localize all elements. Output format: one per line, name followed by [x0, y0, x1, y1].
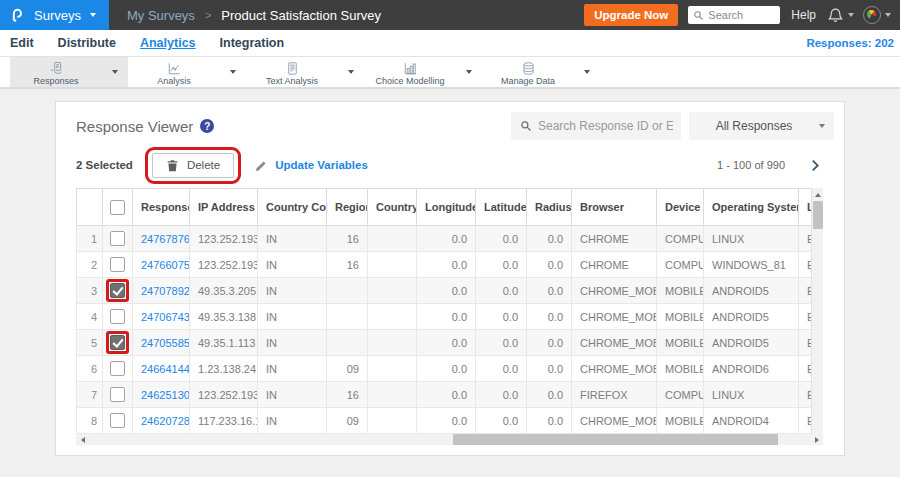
cell-region: [327, 330, 368, 356]
row-checkbox[interactable]: [110, 413, 125, 428]
scroll-up-arrow[interactable]: [815, 188, 821, 201]
bell-icon: [827, 7, 844, 24]
scroll-right-arrow[interactable]: [810, 437, 823, 443]
row-number-header: [77, 189, 103, 226]
column-header-label: Region: [335, 201, 368, 213]
cell-latitude: 0.0: [476, 330, 527, 356]
cell-language: English: [799, 226, 812, 252]
cell-device: COMPUTER: [657, 382, 704, 408]
column-header-browser[interactable]: Browser: [572, 189, 657, 226]
help-icon[interactable]: ?: [200, 119, 214, 133]
cell-country-code: IN: [258, 330, 327, 356]
response-id-link[interactable]: 24620728: [133, 408, 190, 434]
nav-tab-analytics[interactable]: Analytics: [140, 36, 196, 50]
cell-language: English: [799, 330, 812, 356]
table-horizontal-scrollbar[interactable]: [76, 434, 823, 445]
cell-latitude: 0.0: [476, 356, 527, 382]
toolbar-dropdown-responses[interactable]: [102, 57, 128, 87]
cell-browser: CHROME_MOBILE: [572, 304, 657, 330]
row-number: 4: [77, 304, 103, 330]
global-search-input[interactable]: [708, 9, 774, 21]
column-header-country-code[interactable]: Country Code: [258, 189, 327, 226]
toolbar-item-responses[interactable]: Responses: [10, 57, 102, 87]
nav-tab-edit[interactable]: Edit: [10, 36, 34, 50]
nav-tab-distribute[interactable]: Distribute: [58, 36, 116, 50]
column-header-response-id[interactable]: Response ID: [133, 189, 190, 226]
responses-count-link[interactable]: Responses: 202: [806, 37, 894, 49]
toolbar-group-text-analysis: Text Analysis: [246, 57, 364, 87]
questionpro-logo: [9, 7, 25, 23]
row-number: 7: [77, 382, 103, 408]
toolbar-dropdown-manage-data[interactable]: [574, 57, 600, 87]
toolbar-dropdown-text-analysis[interactable]: [338, 57, 364, 87]
cell-device: COMPUTER: [657, 226, 704, 252]
toolbar-dropdown-choice-modelling[interactable]: [456, 57, 482, 87]
vertical-scroll-thumb[interactable]: [813, 201, 823, 229]
select-all-checkbox[interactable]: [110, 200, 125, 215]
toolbar-item-choice-modelling[interactable]: Choice Modelling: [364, 57, 456, 87]
toolbar-item-text-analysis[interactable]: Text Analysis: [246, 57, 338, 87]
row-checkbox[interactable]: [110, 387, 125, 402]
delete-button[interactable]: Delete: [152, 153, 234, 178]
toolbar-dropdown-analysis[interactable]: [220, 57, 246, 87]
column-header-radius[interactable]: Radius: [527, 189, 572, 226]
update-variables-button[interactable]: Update Variables: [255, 159, 368, 172]
cell-country: [368, 304, 417, 330]
upgrade-now-button[interactable]: Upgrade Now: [584, 4, 678, 26]
pagination-next-button[interactable]: [811, 159, 820, 172]
row-checkbox[interactable]: [110, 309, 125, 324]
column-header-language[interactable]: Language: [799, 189, 812, 226]
panel-header: Response Viewer ? All Responses: [56, 102, 844, 146]
column-header-device[interactable]: Device: [657, 189, 704, 226]
cell-language: English: [799, 252, 812, 278]
row-checkbox[interactable]: [110, 231, 125, 246]
help-link[interactable]: Help: [791, 8, 816, 22]
cell-radius: 0.0: [527, 304, 572, 330]
cell-region: 16: [327, 226, 368, 252]
cell-country-code: IN: [258, 226, 327, 252]
column-header-country[interactable]: Country: [368, 189, 417, 226]
column-header-latitude[interactable]: Latitude: [476, 189, 527, 226]
cell-language: English: [799, 278, 812, 304]
surveys-menu[interactable]: Surveys: [0, 0, 109, 30]
response-id-link[interactable]: 24766075: [133, 252, 190, 278]
response-search[interactable]: [511, 112, 681, 140]
row-checkbox-checked[interactable]: [110, 283, 125, 298]
table-vertical-scrollbar[interactable]: [811, 188, 823, 442]
column-header-operating-system[interactable]: Operating System: [704, 189, 799, 226]
column-header-region[interactable]: Region: [327, 189, 368, 226]
response-id-link[interactable]: 24664144: [133, 356, 190, 382]
toolbar-item-analysis[interactable]: Analysis: [128, 57, 220, 87]
responses-icon: [49, 61, 64, 76]
cell-country-code: IN: [258, 408, 327, 434]
scroll-left-arrow[interactable]: [76, 437, 89, 443]
cell-radius: 0.0: [527, 278, 572, 304]
response-id-link[interactable]: 24707892: [133, 278, 190, 304]
cell-operating-system: ANDROID5: [704, 278, 799, 304]
cell-ip-address: 49.35.1.113: [190, 330, 258, 356]
row-checkbox[interactable]: [110, 361, 125, 376]
column-header-ip-address[interactable]: IP Address: [190, 189, 258, 226]
column-header-longitude[interactable]: Longitude: [417, 189, 476, 226]
nav-tab-integration[interactable]: Integration: [220, 36, 285, 50]
cell-latitude: 0.0: [476, 382, 527, 408]
response-id-link[interactable]: 24706743: [133, 304, 190, 330]
row-checkbox-checked[interactable]: [110, 335, 125, 350]
response-id-link[interactable]: 24705585: [133, 330, 190, 356]
column-header-label: Latitude: [484, 201, 527, 213]
row-checkbox[interactable]: [110, 257, 125, 272]
breadcrumb-my-surveys[interactable]: My Surveys: [127, 8, 195, 23]
horizontal-scroll-thumb[interactable]: [453, 434, 777, 445]
global-search[interactable]: [688, 6, 780, 24]
toolbar-group-analysis: Analysis: [128, 57, 246, 87]
toolbar-item-label: Choice Modelling: [375, 76, 444, 86]
notifications-button[interactable]: [827, 7, 854, 24]
response-id-link[interactable]: 24625130: [133, 382, 190, 408]
account-menu[interactable]: [863, 6, 891, 24]
table-row: 824620728117.233.16.177IN090.00.00.0CHRO…: [77, 408, 812, 434]
table-row: 42470674349.35.3.138IN0.00.00.0CHROME_MO…: [77, 304, 812, 330]
response-search-input[interactable]: [538, 119, 673, 133]
response-filter-dropdown[interactable]: All Responses: [689, 112, 834, 140]
response-id-link[interactable]: 24767876: [133, 226, 190, 252]
toolbar-item-manage-data[interactable]: Manage Data: [482, 57, 574, 87]
